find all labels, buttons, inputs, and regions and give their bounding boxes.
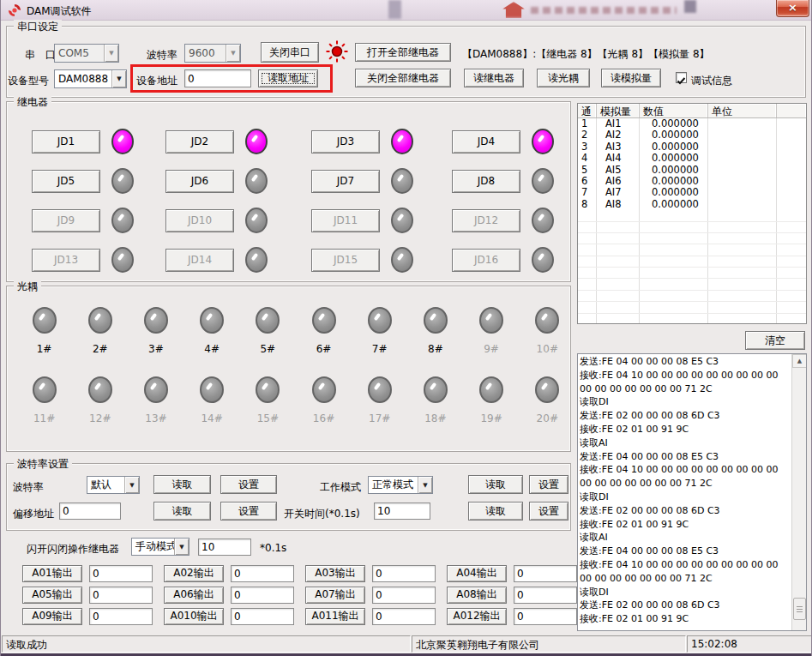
close-button[interactable]: × xyxy=(776,0,809,17)
relay-led xyxy=(391,129,413,154)
close-all-relays-button[interactable]: 关闭全部继电器 xyxy=(355,69,451,87)
relay-led xyxy=(111,129,134,154)
analog-output-button[interactable]: A012输出 xyxy=(447,608,507,625)
analog-table-row[interactable]: 3 AI3 0.000000 xyxy=(578,141,806,153)
relay-cell: JD10 xyxy=(165,201,311,240)
workmode-read-button[interactable]: 读取 xyxy=(468,475,523,494)
opto-label: 7# xyxy=(372,343,388,355)
analog-output-button[interactable]: A011输出 xyxy=(305,608,365,625)
relay-button[interactable]: JD3 xyxy=(311,130,380,153)
analog-output-button[interactable]: A01输出 xyxy=(22,565,82,582)
offset-set-button[interactable]: 设置 xyxy=(220,502,277,521)
switch-read-button[interactable]: 读取 xyxy=(468,502,523,521)
analog-table-row[interactable]: 4 AI4 0.000000 xyxy=(578,153,806,164)
relay-led xyxy=(532,129,554,154)
opto-cell: 9# xyxy=(464,307,520,376)
relay-button[interactable]: JD1 xyxy=(32,130,100,153)
opto-led xyxy=(33,307,57,334)
relay-button[interactable]: JD7 xyxy=(311,170,380,193)
flash-mode-select[interactable]: 手动模式▼ xyxy=(131,538,189,556)
analog-output-button[interactable]: A04输出 xyxy=(447,565,507,582)
baud-read-button[interactable]: 读取 xyxy=(153,475,211,494)
relay-button[interactable]: JD6 xyxy=(165,170,234,193)
relay-button[interactable]: JD11 xyxy=(311,209,380,232)
relay-button[interactable]: JD9 xyxy=(32,209,100,232)
analog-output-button[interactable]: A07输出 xyxy=(305,587,365,604)
analog-output-input[interactable] xyxy=(514,608,577,625)
relay-button[interactable]: JD8 xyxy=(452,170,520,193)
relay-button[interactable]: JD13 xyxy=(32,249,100,272)
analog-output-input[interactable] xyxy=(231,587,294,604)
relay-button[interactable]: JD16 xyxy=(452,249,520,272)
analog-output-input[interactable] xyxy=(514,565,577,582)
switch-time-input[interactable] xyxy=(374,503,430,520)
analog-output-input[interactable] xyxy=(231,608,294,625)
flash-mode-label: 闪开闪闭操作继电器 xyxy=(27,542,119,557)
clear-log-button[interactable]: 清空 xyxy=(745,331,805,350)
log-scrollbar[interactable]: ▲ xyxy=(791,354,806,630)
workmode-set-button[interactable]: 设置 xyxy=(529,475,568,494)
analog-table-row[interactable]: 7 AI7 0.000000 xyxy=(578,187,806,198)
relay-button[interactable]: JD5 xyxy=(32,170,100,193)
analog-output-button[interactable]: A06输出 xyxy=(164,587,224,604)
analog-output-button[interactable]: A05输出 xyxy=(22,587,82,604)
scroll-up-button[interactable]: ▲ xyxy=(792,354,807,368)
relay-button[interactable]: JD4 xyxy=(452,130,520,153)
relay-button[interactable]: JD14 xyxy=(165,249,234,272)
relay-button[interactable]: JD12 xyxy=(452,209,520,232)
baud-select[interactable]: 9600▼ xyxy=(184,44,241,63)
analog-output-button[interactable]: A08输出 xyxy=(447,587,507,604)
analog-output-input[interactable] xyxy=(231,565,294,582)
analog-output-input[interactable] xyxy=(89,565,153,582)
analog-output-button[interactable]: A03输出 xyxy=(305,565,365,582)
read-analog-button[interactable]: 读模拟量 xyxy=(601,69,661,87)
workmode-select[interactable]: 正常模式▼ xyxy=(368,476,433,494)
scrollbar-thumb[interactable] xyxy=(793,598,806,620)
debug-log[interactable]: 发送:FE 04 00 00 00 08 E5 C3接收:FE 04 10 00… xyxy=(577,353,807,631)
model-select[interactable]: DAM0888▼ xyxy=(54,69,127,88)
analog-output-cell: A06输出 xyxy=(164,584,305,605)
relay-led xyxy=(111,247,134,273)
analog-output-input[interactable] xyxy=(514,587,577,604)
baudrate-select[interactable]: 默认▼ xyxy=(87,476,140,494)
opto-led xyxy=(312,376,336,403)
titlebar-ghost-bar xyxy=(388,0,401,19)
offset-read-button[interactable]: 读取 xyxy=(153,502,211,521)
analog-table-row[interactable]: 2 AI2 0.000000 xyxy=(578,129,806,141)
analog-table-empty-row xyxy=(578,256,806,268)
relay-group-title: 继电器 xyxy=(14,95,51,110)
analog-output-input[interactable] xyxy=(89,608,153,625)
offset-input[interactable] xyxy=(59,503,121,520)
debug-checkbox[interactable] xyxy=(676,72,687,83)
read-opto-button[interactable]: 读光耦 xyxy=(537,69,590,87)
read-relay-button[interactable]: 读继电器 xyxy=(464,69,524,87)
flash-time-input[interactable] xyxy=(198,539,251,556)
opto-cell: 8# xyxy=(407,307,463,376)
switch-set-button[interactable]: 设置 xyxy=(529,502,568,521)
analog-output-input[interactable] xyxy=(89,587,153,604)
opto-cell: 18# xyxy=(407,376,463,446)
analog-output-cell: A010输出 xyxy=(164,605,305,627)
analog-output-cell: A05输出 xyxy=(22,584,164,605)
analog-table-row[interactable]: 8 AI8 0.000000 xyxy=(578,199,806,210)
log-line: 读取AI xyxy=(580,436,791,450)
close-port-button[interactable]: 关闭串口 xyxy=(261,42,319,63)
relay-button[interactable]: JD2 xyxy=(165,130,234,153)
relay-button[interactable]: JD10 xyxy=(165,209,234,232)
analog-output-button[interactable]: A010输出 xyxy=(164,608,224,625)
analog-table-row[interactable]: 1 AI1 0.000000 xyxy=(578,118,806,129)
log-line: 发送:FE 04 00 00 00 08 E5 C3 xyxy=(580,545,791,558)
analog-output-button[interactable]: A02输出 xyxy=(164,565,224,582)
analog-output-input[interactable] xyxy=(372,565,436,582)
relay-button[interactable]: JD15 xyxy=(311,249,380,272)
analog-output-input[interactable] xyxy=(372,587,436,604)
analog-output-input[interactable] xyxy=(372,608,436,625)
baud-set-button[interactable]: 设置 xyxy=(220,475,277,494)
analog-output-button[interactable]: A09输出 xyxy=(22,608,82,625)
log-line: 读取DI xyxy=(580,490,791,504)
analog-table-row[interactable]: 6 AI6 0.000000 xyxy=(578,176,806,187)
port-select[interactable]: COM5▼ xyxy=(54,44,119,63)
open-all-relays-button[interactable]: 打开全部继电器 xyxy=(355,43,451,62)
analog-table-row[interactable]: 5 AI5 0.000000 xyxy=(578,165,806,176)
analog-output-cell: A04输出 xyxy=(447,563,588,584)
